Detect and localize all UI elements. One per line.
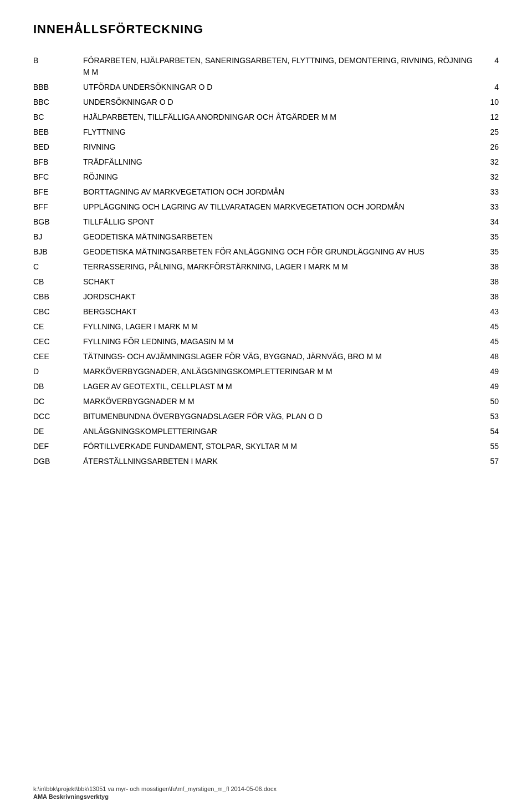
entry-description: BORTTAGNING AV MARKVEGETATION OCH JORDMÅ… xyxy=(83,185,477,200)
footer-path: k:\in\bbk\projekt\bbk\13051 va myr- och … xyxy=(33,786,499,792)
entry-code: CEC xyxy=(33,334,83,349)
entry-page: 12 xyxy=(477,110,499,125)
table-row: CECFYLLNING FÖR LEDNING, MAGASIN M M45 xyxy=(33,334,499,349)
table-row: BFCRÖJNING32 xyxy=(33,170,499,185)
entry-page: 48 xyxy=(477,349,499,364)
entry-description: HJÄLPARBETEN, TILLFÄLLIGA ANORDNINGAR OC… xyxy=(83,110,477,125)
entry-page: 38 xyxy=(477,289,499,304)
entry-page: 35 xyxy=(477,229,499,244)
table-row: CEFYLLNING, LAGER I MARK M M45 xyxy=(33,319,499,334)
entry-description: FYLLNING FÖR LEDNING, MAGASIN M M xyxy=(83,334,477,349)
table-row: DCMARKÖVERBYGGNADER M M50 xyxy=(33,394,499,409)
entry-code: BJB xyxy=(33,244,83,259)
entry-description: UPPLÄGGNING OCH LAGRING AV TILLVARATAGEN… xyxy=(83,200,477,215)
entry-code: BFC xyxy=(33,170,83,185)
table-row: DEANLÄGGNINGSKOMPLETTERINGAR54 xyxy=(33,424,499,439)
entry-description: GEODETISKA MÄTNINGSARBETEN FÖR ANLÄGGNIN… xyxy=(83,244,477,259)
entry-page: 4 xyxy=(477,80,499,95)
table-row: BFBTRÄDFÄLLNING32 xyxy=(33,155,499,170)
table-row: DMARKÖVERBYGGNADER, ANLÄGGNINGSKOMPLETTE… xyxy=(33,364,499,379)
table-row: CBCBERGSCHAKT43 xyxy=(33,304,499,319)
table-row: BFÖRARBETEN, HJÄLPARBETEN, SANERINGSARBE… xyxy=(33,53,499,80)
entry-page: 33 xyxy=(477,200,499,215)
table-row: DBLAGER AV GEOTEXTIL, CELLPLAST M M49 xyxy=(33,379,499,394)
entry-description: RÖJNING xyxy=(83,170,477,185)
entry-description: GEODETISKA MÄTNINGSARBETEN xyxy=(83,229,477,244)
entry-description: FYLLNING, LAGER I MARK M M xyxy=(83,319,477,334)
entry-page: 34 xyxy=(477,215,499,229)
table-row: BFEBORTTAGNING AV MARKVEGETATION OCH JOR… xyxy=(33,185,499,200)
entry-code: BC xyxy=(33,110,83,125)
table-row: BBCUNDERSÖKNINGAR O D10 xyxy=(33,95,499,110)
entry-page: 54 xyxy=(477,424,499,439)
entry-page: 32 xyxy=(477,155,499,170)
entry-code: BBB xyxy=(33,80,83,95)
entry-page: 33 xyxy=(477,185,499,200)
table-row: BCHJÄLPARBETEN, TILLFÄLLIGA ANORDNINGAR … xyxy=(33,110,499,125)
page-title: INNEHÅLLSFÖRTECKNING xyxy=(33,22,499,37)
entry-description: UTFÖRDA UNDERSÖKNINGAR O D xyxy=(83,80,477,95)
entry-page: 57 xyxy=(477,454,499,469)
entry-page: 38 xyxy=(477,259,499,274)
entry-description: MARKÖVERBYGGNADER M M xyxy=(83,394,477,409)
entry-description: TRÄDFÄLLNING xyxy=(83,155,477,170)
entry-page: 53 xyxy=(477,409,499,424)
table-row: CBBJORDSCHAKT38 xyxy=(33,289,499,304)
entry-code: DB xyxy=(33,379,83,394)
entry-code: DEF xyxy=(33,439,83,454)
entry-description: BERGSCHAKT xyxy=(83,304,477,319)
footer: k:\in\bbk\projekt\bbk\13051 va myr- och … xyxy=(33,786,499,800)
entry-code: BGB xyxy=(33,215,83,229)
entry-code: DCC xyxy=(33,409,83,424)
entry-description: TILLFÄLLIG SPONT xyxy=(83,215,477,229)
page-container: INNEHÅLLSFÖRTECKNING BFÖRARBETEN, HJÄLPA… xyxy=(0,0,532,513)
entry-code: DC xyxy=(33,394,83,409)
entry-code: CBC xyxy=(33,304,83,319)
entry-code: D xyxy=(33,364,83,379)
entry-page: 35 xyxy=(477,244,499,259)
table-row: CBSCHAKT38 xyxy=(33,274,499,289)
entry-code: CE xyxy=(33,319,83,334)
entry-code: CB xyxy=(33,274,83,289)
table-row: BJGEODETISKA MÄTNINGSARBETEN35 xyxy=(33,229,499,244)
table-row: BJBGEODETISKA MÄTNINGSARBETEN FÖR ANLÄGG… xyxy=(33,244,499,259)
entry-page: 25 xyxy=(477,125,499,140)
entry-code: C xyxy=(33,259,83,274)
table-row: CEETÄTNINGS- OCH AVJÄMNINGSLAGER FÖR VÄG… xyxy=(33,349,499,364)
table-row: BEDRIVNING26 xyxy=(33,140,499,155)
footer-tool: AMA Beskrivningsverktyg xyxy=(33,793,499,800)
entry-page: 45 xyxy=(477,319,499,334)
entry-code: CBB xyxy=(33,289,83,304)
entry-page: 26 xyxy=(477,140,499,155)
entry-code: BFE xyxy=(33,185,83,200)
table-row: DGBÅTERSTÄLLNINGSARBETEN I MARK57 xyxy=(33,454,499,469)
entry-page: 49 xyxy=(477,364,499,379)
entry-code: DGB xyxy=(33,454,83,469)
entry-description: MARKÖVERBYGGNADER, ANLÄGGNINGSKOMPLETTER… xyxy=(83,364,477,379)
toc-table: BFÖRARBETEN, HJÄLPARBETEN, SANERINGSARBE… xyxy=(33,53,499,469)
entry-page: 43 xyxy=(477,304,499,319)
entry-code: BED xyxy=(33,140,83,155)
entry-description: RIVNING xyxy=(83,140,477,155)
entry-page: 38 xyxy=(477,274,499,289)
entry-page: 4 xyxy=(477,53,499,80)
entry-code: BBC xyxy=(33,95,83,110)
table-row: DCCBITUMENBUNDNA ÖVERBYGGNADSLAGER FÖR V… xyxy=(33,409,499,424)
entry-description: FÖRARBETEN, HJÄLPARBETEN, SANERINGSARBET… xyxy=(83,53,477,80)
entry-code: BJ xyxy=(33,229,83,244)
entry-description: LAGER AV GEOTEXTIL, CELLPLAST M M xyxy=(83,379,477,394)
table-row: DEFFÖRTILLVERKADE FUNDAMENT, STOLPAR, SK… xyxy=(33,439,499,454)
table-row: BEBFLYTTNING25 xyxy=(33,125,499,140)
table-row: BGBTILLFÄLLIG SPONT34 xyxy=(33,215,499,229)
table-row: BBBUTFÖRDA UNDERSÖKNINGAR O D4 xyxy=(33,80,499,95)
entry-description: FLYTTNING xyxy=(83,125,477,140)
entry-page: 50 xyxy=(477,394,499,409)
entry-code: BFF xyxy=(33,200,83,215)
entry-code: BFB xyxy=(33,155,83,170)
entry-description: ANLÄGGNINGSKOMPLETTERINGAR xyxy=(83,424,477,439)
entry-code: DE xyxy=(33,424,83,439)
entry-page: 10 xyxy=(477,95,499,110)
entry-page: 45 xyxy=(477,334,499,349)
entry-description: JORDSCHAKT xyxy=(83,289,477,304)
entry-code: B xyxy=(33,53,83,80)
